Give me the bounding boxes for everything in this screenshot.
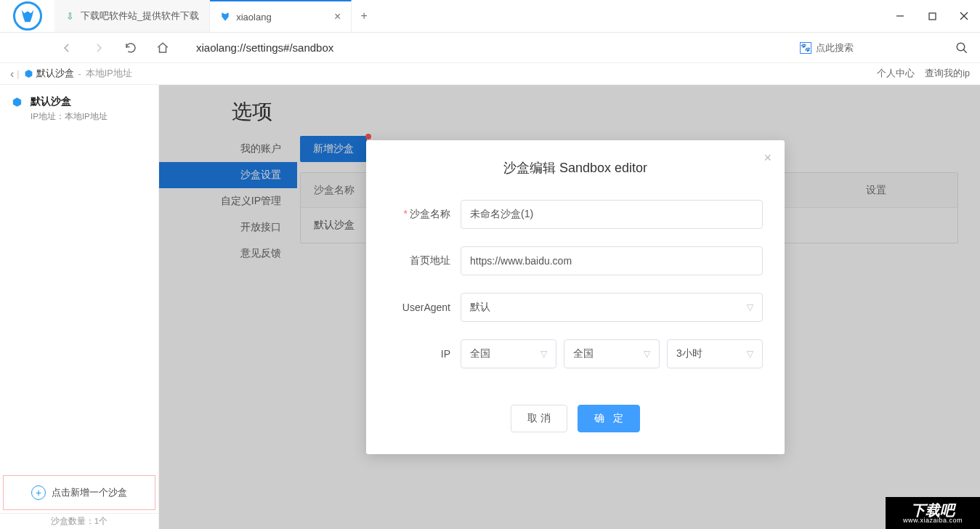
sandbox-card-name: 默认沙盒 [31,95,108,108]
svg-point-4 [957,43,965,51]
wolf-icon [13,1,42,31]
dialog-close-icon[interactable]: × [764,150,772,166]
download-icon: ⇩ [65,11,75,21]
label-ip: IP [388,348,461,360]
watermark-url: www.xiazaiba.com [903,517,963,524]
window-controls [884,0,980,32]
label-homepage: 首页地址 [388,254,461,267]
input-homepage[interactable] [461,246,763,275]
input-sandbox-name[interactable] [461,200,763,229]
watermark: 下载吧 www.xiazaiba.com [886,497,980,529]
dialog-title: 沙盒编辑 Sandbox editor [388,159,763,177]
nav-bar: xiaolang://settings#/sandbox 🐾 点此搜索 [0,33,980,63]
search-box[interactable]: 🐾 点此搜索 [800,41,854,54]
title-bar: ⇩ 下载吧软件站_提供软件下载 xiaolang × + [0,0,980,33]
app-tab-icon [220,12,230,22]
breadcrumb-ip: 本地IP地址 [86,68,132,80]
select-ip-region1[interactable]: 全国 ▽ [461,339,556,368]
address-bar[interactable]: xiaolang://settings#/sandbox [186,41,785,54]
sandbox-count: 沙盒数量：1个 [0,513,158,529]
reload-button[interactable] [122,39,139,57]
maximize-button[interactable] [916,0,948,32]
label-useragent: UserAgent [388,302,461,313]
browser-tab-1[interactable]: ⇩ 下载吧软件站_提供软件下载 [54,0,210,32]
tab-label: 下载吧软件站_提供软件下载 [81,9,199,23]
sandbox-card-ip: IP地址：本地IP地址 [31,111,108,122]
chevron-down-icon: ▽ [540,349,547,359]
add-sandbox-label: 点击新增一个沙盒 [52,486,127,499]
svg-rect-1 [929,13,936,20]
search-placeholder: 点此搜索 [816,41,854,54]
sandbox-editor-dialog: × 沙盒编辑 Sandbox editor *沙盒名称 首页地址 UserAge… [366,140,785,454]
left-column: 默认沙盒 IP地址：本地IP地址 + 点击新增一个沙盒 沙盒数量：1个 [0,85,159,529]
back-button[interactable] [58,39,76,57]
select-useragent[interactable]: 默认 ▽ [461,293,763,322]
chevron-down-icon: ▽ [747,349,753,359]
search-icon[interactable] [955,41,973,54]
chevron-down-icon: ▽ [644,349,650,359]
select-value: 3小时 [676,347,702,360]
chevron-down-icon: ▽ [747,302,753,312]
plus-circle-icon: + [31,485,46,500]
select-value: 全国 [573,347,594,360]
select-ip-duration[interactable]: 3小时 ▽ [667,339,763,368]
breadcrumb-dash: - [78,69,81,79]
breadcrumb-back-icon[interactable]: ‹ [10,68,14,81]
watermark-title: 下载吧 [911,503,955,517]
breadcrumb-name[interactable]: 默认沙盒 [36,68,74,80]
forward-button[interactable] [90,39,108,57]
browser-tabs: ⇩ 下载吧软件站_提供软件下载 xiaolang × + [54,0,884,32]
home-button[interactable] [154,39,171,57]
cube-icon [12,97,23,122]
link-my-ip[interactable]: 查询我的ip [925,68,970,80]
label-name: *沙盒名称 [388,208,461,221]
svg-line-5 [963,49,967,53]
form-row-ip: IP 全国 ▽ 全国 ▽ 3小时 ▽ [388,339,763,368]
dialog-actions: 取 消 确 定 [388,405,763,432]
add-sandbox-button[interactable]: + 点击新增一个沙盒 [3,475,155,510]
select-ip-region2[interactable]: 全国 ▽ [564,339,660,368]
tab-label: xiaolang [236,12,271,23]
breadcrumb-sep: | [17,69,19,79]
confirm-button[interactable]: 确 定 [578,405,640,432]
link-profile[interactable]: 个人中心 [877,68,915,80]
minimize-button[interactable] [884,0,916,32]
form-row-homepage: 首页地址 [388,246,763,275]
cube-icon [24,69,33,78]
form-row-useragent: UserAgent 默认 ▽ [388,293,763,322]
new-tab-button[interactable]: + [352,0,376,32]
cancel-button[interactable]: 取 消 [511,405,567,432]
select-useragent-value: 默认 [470,301,490,314]
select-value: 全国 [470,347,490,360]
app-logo [0,0,54,32]
baidu-icon: 🐾 [800,42,811,54]
browser-tab-2[interactable]: xiaolang × [210,0,352,32]
sandbox-card[interactable]: 默认沙盒 IP地址：本地IP地址 [0,85,158,132]
close-icon[interactable]: × [334,10,341,23]
close-window-button[interactable] [948,0,980,32]
form-row-name: *沙盒名称 [388,200,763,229]
breadcrumb-bar: ‹ | 默认沙盒 - 本地IP地址 个人中心 查询我的ip [0,63,980,85]
